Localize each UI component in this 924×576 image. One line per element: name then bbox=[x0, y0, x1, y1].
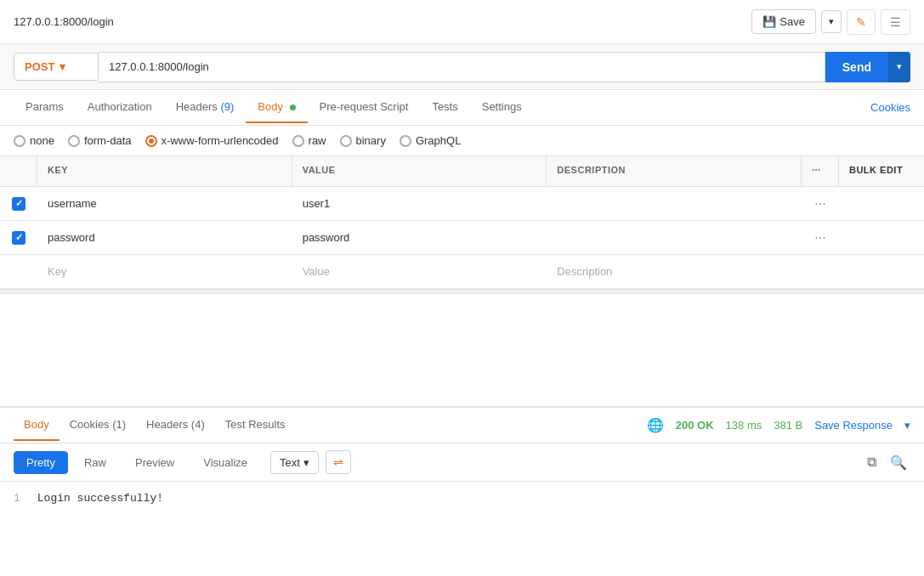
radio-graphql[interactable]: GraphQL bbox=[400, 134, 461, 147]
radio-binary[interactable]: binary bbox=[340, 134, 386, 147]
request-tabs: Params Authorization Headers (9) Body Pr… bbox=[0, 90, 924, 126]
tab-authorization[interactable]: Authorization bbox=[76, 92, 164, 123]
col-more: ··· bbox=[802, 156, 839, 186]
panel-divider[interactable] bbox=[0, 289, 924, 294]
search-button[interactable]: 🔍 bbox=[887, 451, 910, 474]
tabs-left: Params Authorization Headers (9) Body Pr… bbox=[14, 92, 534, 123]
empty-bulk bbox=[839, 265, 924, 279]
row2-bulk bbox=[839, 231, 924, 245]
tab-pre-request[interactable]: Pre-request Script bbox=[308, 92, 421, 123]
col-value: VALUE bbox=[292, 156, 547, 186]
tab-params[interactable]: Params bbox=[14, 92, 76, 123]
body-type-selector: none form-data x-www-form-urlencoded raw… bbox=[0, 126, 924, 156]
response-tabs: Body Cookies (1) Headers (4) Test Result… bbox=[0, 408, 924, 443]
response-size: 381 B bbox=[774, 419, 802, 432]
save-dropdown-button[interactable]: ▾ bbox=[821, 10, 842, 33]
radio-form-data-circle bbox=[68, 135, 80, 147]
comment-button[interactable]: ☰ bbox=[881, 9, 910, 35]
resp-tab-cookies[interactable]: Cookies (1) bbox=[60, 409, 136, 441]
col-key: KEY bbox=[37, 156, 292, 186]
line-number: 1 bbox=[14, 492, 20, 505]
radio-raw-circle bbox=[292, 135, 304, 147]
response-meta: 🌐 200 OK 138 ms 381 B Save Response ▾ bbox=[647, 417, 910, 433]
send-button-group: Send ▾ bbox=[825, 52, 910, 82]
response-time: 138 ms bbox=[726, 419, 762, 432]
response-status: 200 OK bbox=[676, 419, 714, 432]
url-title: 127.0.0.1:8000/login bbox=[14, 15, 114, 28]
resp-tab-headers[interactable]: Headers (4) bbox=[136, 409, 215, 441]
tab-headers[interactable]: Headers (9) bbox=[164, 92, 247, 123]
row1-more[interactable]: ··· bbox=[802, 189, 839, 218]
save-icon: 💾 bbox=[762, 15, 776, 28]
table-row: ✓ username user1 ··· bbox=[0, 187, 924, 221]
row1-checkbox-cell: ✓ bbox=[0, 190, 37, 217]
response-tabs-left: Body Cookies (1) Headers (4) Test Result… bbox=[14, 409, 296, 441]
tab-settings[interactable]: Settings bbox=[470, 92, 534, 123]
row2-checkbox-cell: ✓ bbox=[0, 224, 37, 251]
row1-bulk bbox=[839, 197, 924, 211]
row2-value[interactable]: password bbox=[292, 224, 547, 251]
resp-tab-test-results[interactable]: Test Results bbox=[215, 409, 296, 441]
row2-checkbox[interactable]: ✓ bbox=[12, 231, 26, 245]
response-content: Login successfully! bbox=[37, 492, 163, 505]
format-preview-button[interactable]: Preview bbox=[122, 451, 187, 474]
url-bar-actions: 💾 Save ▾ ✎ ☰ bbox=[751, 9, 910, 35]
save-response-button[interactable]: Save Response bbox=[814, 419, 893, 432]
col-description: DESCRIPTION bbox=[547, 156, 802, 186]
method-select[interactable]: POST ▾ bbox=[14, 53, 99, 81]
row1-description[interactable] bbox=[547, 197, 802, 211]
response-format-bar: Pretty Raw Preview Visualize Text ▾ ⇌ ⧉ … bbox=[0, 443, 924, 482]
col-checkbox bbox=[0, 156, 37, 186]
radio-graphql-circle bbox=[400, 135, 411, 147]
col-bulk-edit[interactable]: Bulk Edit bbox=[839, 156, 924, 186]
empty-key[interactable]: Key bbox=[37, 258, 292, 285]
radio-binary-circle bbox=[340, 135, 352, 147]
request-line: POST ▾ Send ▾ bbox=[0, 44, 924, 90]
format-visualize-button[interactable]: Visualize bbox=[190, 451, 260, 474]
row1-value[interactable]: user1 bbox=[292, 190, 547, 217]
radio-x-www-form-urlencoded[interactable]: x-www-form-urlencoded bbox=[145, 134, 279, 147]
row1-checkbox[interactable]: ✓ bbox=[12, 197, 26, 211]
wrap-button[interactable]: ⇌ bbox=[326, 450, 351, 474]
copy-button[interactable]: ⧉ bbox=[864, 451, 880, 474]
tab-tests[interactable]: Tests bbox=[420, 92, 469, 123]
body-dot bbox=[290, 104, 296, 110]
url-input[interactable] bbox=[99, 52, 825, 82]
method-label: POST bbox=[25, 60, 54, 73]
text-format-chevron: ▾ bbox=[303, 456, 309, 469]
empty-more bbox=[802, 265, 839, 279]
empty-checkbox-cell bbox=[0, 265, 37, 279]
cookies-link[interactable]: Cookies bbox=[870, 101, 910, 114]
edit-button[interactable]: ✎ bbox=[847, 9, 876, 35]
radio-urlencoded-circle bbox=[145, 135, 157, 147]
response-section: Body Cookies (1) Headers (4) Test Result… bbox=[0, 406, 924, 576]
radio-none-circle bbox=[14, 135, 26, 147]
send-dropdown-button[interactable]: ▾ bbox=[888, 52, 910, 82]
table-header: KEY VALUE DESCRIPTION ··· Bulk Edit bbox=[0, 156, 924, 187]
url-bar: 127.0.0.1:8000/login 💾 Save ▾ ✎ ☰ bbox=[0, 0, 924, 44]
radio-none[interactable]: none bbox=[14, 134, 54, 147]
format-right-icons: ⧉ 🔍 bbox=[864, 451, 910, 474]
text-format-dropdown[interactable]: Text ▾ bbox=[270, 451, 319, 474]
format-raw-button[interactable]: Raw bbox=[71, 451, 119, 474]
method-chevron: ▾ bbox=[60, 60, 65, 73]
globe-icon: 🌐 bbox=[647, 417, 664, 433]
row2-description[interactable] bbox=[547, 231, 802, 245]
empty-value[interactable]: Value bbox=[292, 258, 547, 285]
format-pretty-button[interactable]: Pretty bbox=[14, 451, 68, 474]
resp-tab-body[interactable]: Body bbox=[14, 409, 60, 441]
send-button[interactable]: Send bbox=[825, 52, 888, 82]
tab-body[interactable]: Body bbox=[246, 92, 307, 123]
table-row-empty: Key Value Description bbox=[0, 255, 924, 289]
row2-key[interactable]: password bbox=[37, 224, 292, 251]
save-response-chevron[interactable]: ▾ bbox=[904, 419, 910, 432]
table-row: ✓ password password ··· bbox=[0, 221, 924, 255]
save-button[interactable]: 💾 Save bbox=[751, 9, 816, 34]
radio-form-data[interactable]: form-data bbox=[68, 134, 132, 147]
row1-key[interactable]: username bbox=[37, 190, 292, 217]
body-table: KEY VALUE DESCRIPTION ··· Bulk Edit ✓ us… bbox=[0, 156, 924, 289]
radio-raw[interactable]: raw bbox=[292, 134, 326, 147]
row2-more[interactable]: ··· bbox=[802, 223, 839, 252]
empty-description[interactable]: Description bbox=[547, 258, 802, 285]
response-body: 1 Login successfully! bbox=[0, 482, 924, 515]
